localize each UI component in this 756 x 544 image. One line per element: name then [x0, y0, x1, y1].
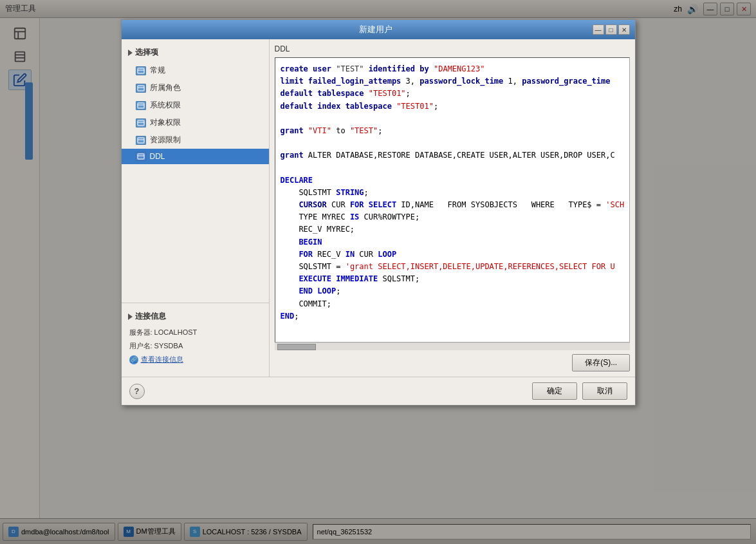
- dialog-window-controls: — □ ✕: [593, 24, 630, 35]
- dialog-footer: ? 确定 取消: [122, 377, 635, 405]
- footer-actions: 确定 取消: [532, 382, 627, 400]
- svg-rect-12: [138, 120, 144, 126]
- resource-icon: [136, 136, 146, 145]
- menu-item-sys-privs-label: 系统权限: [150, 100, 181, 111]
- conn-section-label: 连接信息: [135, 311, 166, 322]
- menu-item-roles-label: 所属角色: [150, 82, 181, 93]
- server-label: 服务器: LOCALHOST: [122, 326, 269, 339]
- conn-section: 连接信息 服务器: LOCALHOST 用户名: SYSDBA 🔗 查看连接信息: [122, 303, 269, 371]
- svg-rect-8: [138, 86, 144, 91]
- options-header: 选择项: [122, 44, 269, 62]
- menu-item-ddl[interactable]: DDL: [122, 149, 269, 164]
- new-user-dialog: 新建用户 — □ ✕ 选择项: [121, 19, 636, 406]
- sys-privs-icon: [136, 101, 146, 110]
- dialog-titlebar: 新建用户 — □ ✕: [122, 20, 635, 39]
- conn-link-icon: 🔗: [129, 355, 138, 364]
- ddl-code-editor[interactable]: create user "TEST" identified by "DAMENG…: [275, 57, 631, 342]
- options-label: 选择项: [135, 47, 158, 58]
- dialog-overlay: 新建用户 — □ ✕ 选择项: [0, 0, 756, 544]
- svg-rect-10: [138, 103, 144, 108]
- menu-item-resource-label: 资源限制: [150, 135, 181, 145]
- menu-item-ddl-label: DDL: [150, 152, 165, 161]
- ddl-label: DDL: [275, 44, 631, 57]
- save-button[interactable]: 保存(S)...: [572, 354, 630, 371]
- conn-header: 连接信息: [122, 308, 269, 326]
- obj-privs-icon: [136, 118, 146, 127]
- ddl-icon: [136, 152, 146, 161]
- ok-button[interactable]: 确定: [532, 382, 577, 400]
- svg-rect-16: [138, 154, 144, 159]
- dialog-right-panel: DDL create user "TEST" identified by "DA…: [270, 39, 636, 377]
- scrollbar-thumb[interactable]: [277, 344, 316, 350]
- menu-item-sys-privs[interactable]: 系统权限: [122, 97, 269, 114]
- menu-item-resource[interactable]: 资源限制: [122, 131, 269, 149]
- dialog-close-btn[interactable]: ✕: [618, 24, 630, 35]
- help-button[interactable]: ?: [129, 384, 145, 399]
- conn-triangle[interactable]: [128, 314, 133, 320]
- svg-rect-6: [138, 68, 144, 73]
- general-icon: [136, 66, 146, 75]
- app-background: 管理工具 zh 🔊 — □ ✕: [0, 0, 756, 544]
- collapse-triangle[interactable]: [128, 50, 133, 56]
- menu-item-general-label: 常规: [150, 65, 165, 76]
- horizontal-scrollbar[interactable]: [275, 342, 631, 350]
- save-row: 保存(S)...: [275, 350, 631, 371]
- menu-item-obj-privs-label: 对象权限: [150, 117, 181, 128]
- dialog-maximize-btn[interactable]: □: [605, 24, 617, 35]
- conn-link-text: 查看连接信息: [141, 355, 183, 364]
- cancel-button[interactable]: 取消: [582, 382, 627, 400]
- dialog-body: 选择项 常规: [122, 39, 635, 377]
- roles-icon: [136, 84, 146, 93]
- menu-item-obj-privs[interactable]: 对象权限: [122, 114, 269, 131]
- dialog-minimize-btn[interactable]: —: [593, 24, 604, 35]
- view-conn-link[interactable]: 🔗 查看连接信息: [122, 353, 269, 366]
- dialog-title: 新建用户: [159, 24, 593, 35]
- menu-item-roles[interactable]: 所属角色: [122, 79, 269, 97]
- username-label: 用户名: SYSDBA: [122, 339, 269, 353]
- ddl-code-content: create user "TEST" identified by "DAMENG…: [281, 63, 625, 323]
- dialog-left-panel: 选择项 常规: [122, 39, 270, 377]
- menu-item-general[interactable]: 常规: [122, 62, 269, 79]
- footer-left: ?: [129, 382, 527, 400]
- svg-rect-14: [138, 138, 144, 143]
